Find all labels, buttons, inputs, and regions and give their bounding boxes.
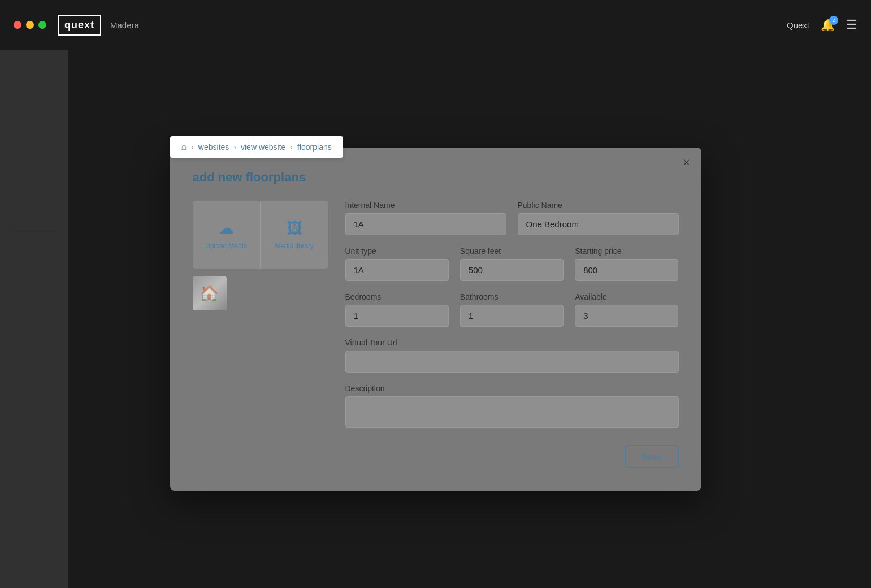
starting-price-input[interactable]: [575, 259, 678, 281]
unit-type-label: Unit type: [345, 247, 449, 256]
breadcrumb: ⌂ › websites › view website › floorplans: [170, 136, 343, 158]
unit-type-group: Unit type: [345, 247, 449, 281]
public-name-input[interactable]: [518, 213, 679, 235]
titlebar: quext Madera Quext 🔔 2 ☰: [0, 0, 871, 50]
media-panel: ☁ Upload Media 🖼 Media library: [193, 201, 328, 468]
notification-bell[interactable]: 🔔 2: [821, 18, 835, 32]
upload-media-label: Upload Media: [205, 242, 247, 250]
description-group: Description: [345, 384, 679, 428]
virtual-tour-label: Virtual Tour Url: [345, 338, 679, 347]
modal-close-button[interactable]: ×: [683, 157, 690, 168]
virtual-tour-input[interactable]: [345, 351, 679, 373]
bedrooms-input[interactable]: [345, 305, 449, 327]
bathrooms-label: Bathrooms: [460, 292, 564, 301]
breadcrumb-floorplans[interactable]: floorplans: [297, 142, 332, 152]
page-title: add new floorplans: [193, 170, 679, 185]
starting-price-group: Starting price: [575, 247, 678, 281]
form-body: ☁ Upload Media 🖼 Media library: [193, 201, 679, 468]
maximize-traffic-light[interactable]: [38, 21, 46, 29]
virtual-tour-group: Virtual Tour Url: [345, 338, 679, 373]
media-upload-area: ☁ Upload Media 🖼 Media library: [193, 201, 328, 269]
row-names: Internal Name Public Name: [345, 201, 679, 235]
square-feet-group: Square feet: [460, 247, 564, 281]
upload-media-button[interactable]: ☁ Upload Media: [193, 201, 261, 269]
available-label: Available: [575, 292, 678, 301]
public-name-label: Public Name: [518, 201, 679, 210]
row-description: Description: [345, 384, 679, 428]
internal-name-group: Internal Name: [345, 201, 506, 235]
traffic-lights: [14, 21, 46, 29]
notification-badge: 2: [829, 16, 838, 25]
row-unit: Unit type Square feet Starting price: [345, 247, 679, 281]
bedrooms-label: Bedrooms: [345, 292, 449, 301]
bathrooms-group: Bathrooms: [460, 292, 564, 327]
row-virtual-tour: Virtual Tour Url: [345, 338, 679, 373]
internal-name-input[interactable]: [345, 213, 506, 235]
breadcrumb-websites[interactable]: websites: [198, 142, 229, 152]
breadcrumb-home-icon[interactable]: ⌂: [181, 142, 187, 152]
save-button[interactable]: Save: [625, 445, 678, 468]
media-thumbnail: [193, 276, 227, 310]
app-name: Madera: [110, 20, 139, 30]
breadcrumb-view-website[interactable]: view website: [241, 142, 285, 152]
bedrooms-group: Bedrooms: [345, 292, 449, 327]
media-library-button[interactable]: 🖼 Media library: [261, 201, 328, 269]
square-feet-label: Square feet: [460, 247, 564, 256]
bathrooms-input[interactable]: [460, 305, 564, 327]
square-feet-input[interactable]: [460, 259, 564, 281]
logo: quext: [58, 15, 101, 36]
close-traffic-light[interactable]: [14, 21, 21, 29]
menu-icon[interactable]: ☰: [846, 18, 857, 32]
starting-price-label: Starting price: [575, 247, 678, 256]
unit-type-input[interactable]: [345, 259, 449, 281]
username: Quext: [787, 20, 809, 30]
library-icon: 🖼: [287, 219, 302, 237]
available-input[interactable]: [575, 305, 678, 327]
thumbnail-image: [193, 276, 227, 310]
minimize-traffic-light[interactable]: [26, 21, 34, 29]
row-rooms: Bedrooms Bathrooms Available: [345, 292, 679, 327]
description-label: Description: [345, 384, 679, 393]
modal: ⌂ › websites › view website › floorplans…: [170, 148, 701, 491]
public-name-group: Public Name: [518, 201, 679, 235]
fields-panel: Internal Name Public Name Unit type: [345, 201, 679, 468]
media-library-label: Media library: [275, 242, 314, 250]
upload-icon: ☁: [218, 219, 234, 237]
modal-overlay: ⌂ › websites › view website › floorplans…: [0, 50, 871, 588]
description-input[interactable]: [345, 396, 679, 428]
internal-name-label: Internal Name: [345, 201, 506, 210]
available-group: Available: [575, 292, 678, 327]
header-right: Quext 🔔 2 ☰: [787, 18, 857, 32]
